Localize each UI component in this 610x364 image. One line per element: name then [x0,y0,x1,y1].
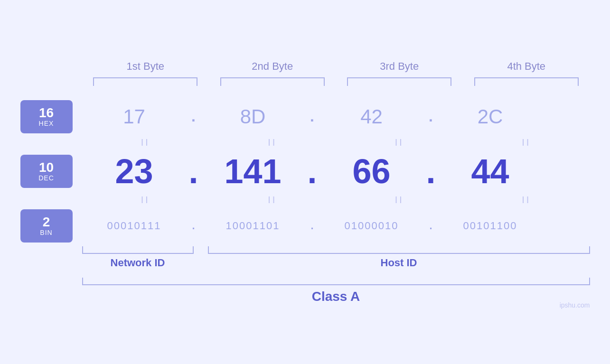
dot-dec-1: . [187,152,201,191]
equals-5: II [93,195,197,205]
hex-base-label: 16 HEX [20,100,73,133]
equals-2: II [220,137,325,148]
host-id-section: Host ID [208,246,590,269]
byte1-header: 1st Byte [93,60,197,73]
equals-8: II [474,195,579,205]
dot-hex-3: . [424,108,438,125]
network-id-section: Network ID [82,246,208,269]
bin-values-row: 00010111 . 10001101 . 01000010 . 0010110… [82,220,590,232]
hex-row: 16 HEX 17 . 8D . 42 . 2C [20,100,590,133]
equals-4: II [474,137,579,148]
hex-values-row: 17 . 8D . 42 . 2C [82,105,590,128]
host-bracket [208,246,590,254]
dot-dec-3: . [424,152,438,191]
byte-headers: 1st Byte 2nd Byte 3rd Byte 4th Byte [82,60,590,73]
equals-6: II [220,195,325,205]
dec-byte4: 44 [438,152,543,191]
dot-bin-3: . [424,220,438,232]
class-label: Class A [82,289,590,304]
byte3-header: 3rd Byte [347,60,451,73]
dot-hex-2: . [305,108,319,125]
dec-byte2: 141 [201,152,305,191]
equals-7: II [347,195,451,205]
bin-base-label: 2 BIN [20,209,73,243]
network-bracket [82,246,194,254]
dec-base-name: DEC [38,174,54,182]
hex-byte2: 8D [201,105,305,128]
host-id-label: Host ID [208,257,590,269]
byte4-header: 4th Byte [474,60,579,73]
equals-3: II [347,137,451,148]
top-bracket-3 [347,77,451,86]
top-bracket-1 [93,77,197,86]
dot-hex-1: . [187,108,201,125]
class-section: Class A [82,278,590,304]
network-id-label: Network ID [82,257,194,269]
dec-base-number: 10 [39,161,54,174]
equals-row-2: II II II II [82,195,590,205]
bin-base-name: BIN [40,229,52,236]
hex-base-name: HEX [39,120,54,127]
bottom-sections: Network ID Host ID Class A [82,246,590,304]
dec-values-row: 23 . 141 . 66 . 44 [82,152,590,191]
bottom-brackets-sections: Network ID Host ID [82,246,590,269]
watermark: ipshu.com [560,301,590,309]
hex-base-number: 16 [39,106,54,120]
bin-byte1: 00010111 [82,220,187,232]
bin-byte3: 01000010 [319,220,424,232]
equals-row-1: II II II II [82,137,590,148]
bin-byte4: 00101100 [438,220,543,232]
dot-bin-1: . [187,220,201,232]
dot-bin-2: . [305,220,319,232]
class-bracket [82,278,590,285]
hex-byte4: 2C [438,105,543,128]
dec-byte1: 23 [82,152,187,191]
top-bracket-4 [474,77,579,86]
hex-byte1: 17 [82,105,187,128]
top-brackets [82,77,590,86]
bin-row: 2 BIN 00010111 . 10001101 . 01000010 . 0… [20,209,590,243]
bin-base-number: 2 [43,215,50,229]
dot-dec-2: . [305,152,319,191]
dec-base-label: 10 DEC [20,155,73,188]
bin-byte2: 10001101 [201,220,305,232]
dec-row: 10 DEC 23 . 141 . 66 . 44 [20,152,590,191]
equals-1: II [93,137,197,148]
dec-byte3: 66 [319,152,424,191]
hex-byte3: 42 [319,105,424,128]
byte2-header: 2nd Byte [220,60,325,73]
top-bracket-2 [220,77,325,86]
